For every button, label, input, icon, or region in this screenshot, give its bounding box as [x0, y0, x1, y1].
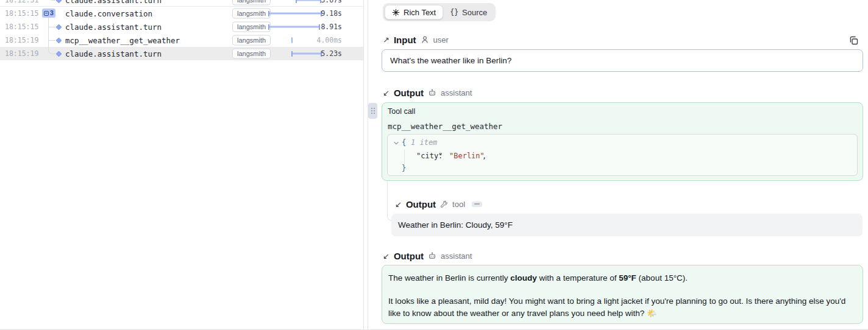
span-diamond-icon — [56, 51, 62, 57]
rich-text-sparkle-icon — [392, 9, 400, 16]
json-open-brace: { — [402, 139, 406, 146]
splitter-drag-handle[interactable] — [368, 103, 377, 119]
input-message-box[interactable]: What's the weather like in Berlin? — [382, 49, 863, 72]
json-items-hint: 1 item — [411, 139, 437, 146]
vendor-badge: langsmith — [232, 0, 271, 5]
json-collapse-chevron-icon[interactable] — [393, 140, 399, 146]
assistant-message-paragraph: It looks like a pleasant, mild day! You … — [388, 295, 854, 320]
assistant-message-card: The weather in Berlin is currently cloud… — [382, 265, 863, 324]
collapse-minus-icon — [44, 11, 49, 16]
vendor-badge: langsmith — [232, 35, 271, 46]
span-diamond-icon — [56, 0, 62, 3]
trace-tree-panel: 18:12:31claude.assistant.turnlangsmith3.… — [0, 0, 364, 330]
output-tool-header: ↙ Output tool — [395, 198, 482, 209]
span-name: mcp__weather__get_weather — [65, 36, 180, 45]
trace-row[interactable]: 18:15:19mcp__weather__get_weatherlangsmi… — [0, 33, 363, 47]
children-count: 3 — [50, 10, 54, 16]
trace-rows: 18:12:31claude.assistant.turnlangsmith3.… — [0, 0, 363, 60]
text-segment: (about 15°C). — [636, 273, 688, 283]
tool-wrench-icon — [440, 200, 448, 208]
span-diamond-icon — [56, 37, 62, 43]
assistant-message-paragraph: The weather in Berlin is currently cloud… — [388, 272, 854, 284]
copy-button[interactable] — [847, 33, 860, 47]
trace-tree-cell — [0, 33, 65, 47]
assistant-icon — [428, 88, 436, 97]
tab-source[interactable]: {} Source — [443, 5, 494, 19]
text-segment: with a temperature of — [537, 273, 619, 283]
copy-icon — [848, 35, 859, 46]
output-role-label: assistant — [441, 88, 472, 97]
duration-label: 5.23s — [293, 49, 342, 58]
tab-rich-text[interactable]: Rich Text — [385, 5, 443, 19]
trace-row[interactable]: 18:15:15claude.assistant.turnlangsmith8.… — [0, 20, 363, 33]
tool-role-label: tool — [452, 200, 465, 209]
json-string-value: "Berlin" — [449, 152, 485, 160]
trace-row[interactable]: 18:12:31claude.assistant.turnlangsmith3.… — [0, 0, 363, 7]
tree-elbow-line — [48, 47, 55, 54]
duration-label: 9.18s — [293, 9, 342, 18]
grip-dots-icon — [371, 108, 375, 114]
tool-result-box: Weather in Berlin: Cloudy, 59°F — [391, 214, 863, 236]
assistant-icon — [428, 251, 436, 260]
trace-row[interactable]: 18:15:19claude.assistant.turnlangsmith5.… — [0, 47, 363, 60]
output-assistant-header-2: ↙ Output assistant — [383, 250, 472, 261]
output-section-title: Output — [406, 199, 436, 209]
span-diamond-icon — [56, 24, 62, 30]
trace-row[interactable]: 18:15:153claude.conversationlangsmith9.1… — [0, 7, 363, 20]
braces-icon: {} — [450, 8, 458, 16]
tab-source-label: Source — [462, 8, 487, 17]
output-assistant-header-1: ↙ Output assistant — [383, 87, 472, 98]
output-arrow-icon: ↙ — [395, 200, 402, 208]
json-colon: : — [438, 152, 443, 160]
output-arrow-icon: ↙ — [383, 89, 390, 97]
panel-splitter — [368, 0, 368, 330]
tool-call-arguments-json: { 1 item "city" : "Berlin" , } — [387, 134, 858, 176]
output-section-title: Output — [394, 88, 424, 98]
input-arrow-icon: ↗ — [383, 36, 390, 44]
json-comma: , — [482, 152, 486, 160]
tool-result-text: Weather in Berlin: Cloudy, 59°F — [398, 220, 513, 230]
output-section-title: Output — [394, 251, 424, 261]
bold-text-segment: 59°F — [619, 273, 636, 283]
duration-label: 3.67s — [293, 0, 342, 4]
trace-tree-cell — [0, 0, 65, 6]
input-message-text: What's the weather like in Berlin? — [390, 56, 511, 65]
duration-label: 8.91s — [293, 23, 342, 31]
span-name: claude.assistant.turn — [65, 0, 162, 4]
duration-label: 4.00ms — [293, 36, 342, 44]
input-section-header: ↗ Input user — [383, 34, 449, 45]
json-indent-guide — [404, 150, 405, 164]
bold-text-segment: cloudy — [510, 273, 537, 283]
vendor-badge: langsmith — [232, 49, 271, 59]
tree-branch-line — [48, 40, 55, 41]
tree-branch-line — [48, 27, 55, 27]
tab-rich-text-label: Rich Text — [404, 8, 436, 17]
span-name: claude.assistant.turn — [65, 23, 162, 32]
trace-tree-cell — [0, 20, 65, 33]
tool-call-title: Tool call — [388, 107, 415, 116]
text-segment: The weather in Berlin is currently — [388, 273, 510, 283]
collapsed-content-pill[interactable] — [472, 202, 482, 207]
user-icon — [421, 35, 429, 44]
tree-elbow-line — [48, 0, 55, 1]
vendor-badge: langsmith — [232, 22, 271, 32]
input-role-label: user — [433, 35, 449, 44]
span-name: claude.conversation — [65, 9, 152, 18]
span-name: claude.assistant.turn — [65, 49, 162, 58]
collapse-badge[interactable]: 3 — [42, 9, 55, 18]
json-close-brace: } — [402, 164, 406, 172]
input-section-title: Input — [394, 35, 416, 45]
vendor-badge: langsmith — [232, 9, 271, 19]
output-role-label: assistant — [441, 251, 472, 261]
view-mode-tabs: Rich Text {} Source — [383, 3, 496, 21]
trace-tree-cell — [0, 47, 65, 60]
trace-tree-cell: 3 — [0, 7, 65, 20]
tool-call-function-name: mcp__weather__get_weather — [388, 122, 502, 131]
output-arrow-icon: ↙ — [383, 252, 390, 260]
text-segment: It looks like a pleasant, mild day! You … — [388, 297, 845, 318]
